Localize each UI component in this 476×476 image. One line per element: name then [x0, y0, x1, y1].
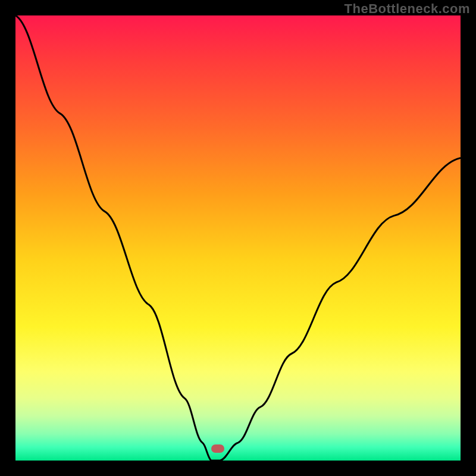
watermark-text: TheBottleneck.com [345, 1, 470, 17]
bottleneck-curve-path [15, 15, 461, 461]
chart-container: TheBottleneck.com [0, 0, 476, 476]
bottleneck-curve [15, 15, 461, 461]
plot-area [15, 15, 461, 461]
optimum-marker [211, 444, 224, 453]
